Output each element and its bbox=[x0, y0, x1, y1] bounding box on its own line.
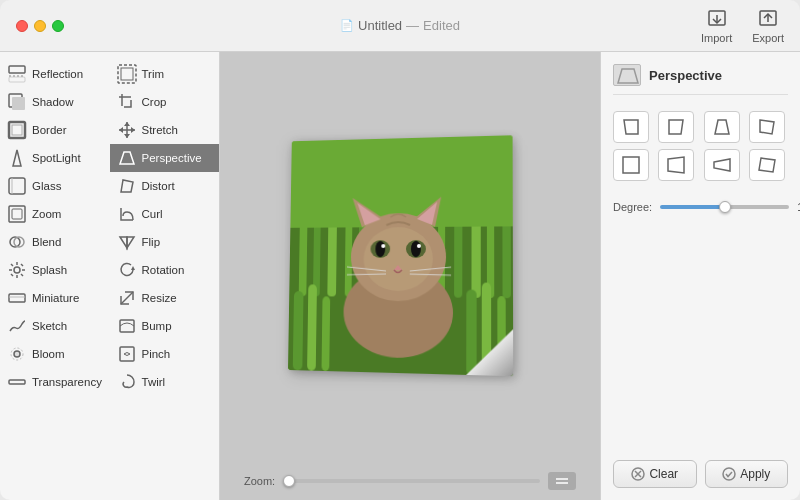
tool-transparency[interactable]: Transparency bbox=[0, 368, 110, 396]
svg-line-39 bbox=[21, 264, 23, 266]
tool-crop[interactable]: Crop bbox=[110, 88, 220, 116]
main-content: Reflection Trim Shadow Crop bbox=[0, 52, 800, 500]
tool-twirl[interactable]: Twirl bbox=[110, 368, 220, 396]
titlebar: 📄 Untitled — Edited Import Export bbox=[0, 0, 800, 52]
apply-icon bbox=[722, 467, 736, 481]
tool-row-11: Bloom Pinch bbox=[0, 340, 219, 368]
perspective-option-6[interactable] bbox=[658, 149, 694, 181]
export-button[interactable]: Export bbox=[752, 8, 784, 44]
svg-marker-20 bbox=[131, 127, 135, 133]
tool-resize[interactable]: Resize bbox=[110, 284, 220, 312]
svg-marker-96 bbox=[715, 120, 729, 134]
perspective-option-8[interactable] bbox=[749, 149, 785, 181]
right-panel: Perspective bbox=[600, 52, 800, 500]
perspective-option-2[interactable] bbox=[658, 111, 694, 143]
spotlight-icon bbox=[6, 147, 28, 169]
svg-marker-21 bbox=[13, 150, 21, 166]
tool-row-5: Glass Distort bbox=[0, 172, 219, 200]
svg-marker-101 bbox=[759, 158, 775, 172]
minimize-button[interactable] bbox=[34, 20, 46, 32]
svg-marker-17 bbox=[124, 122, 130, 126]
tool-trim[interactable]: Trim bbox=[110, 60, 220, 88]
tool-miniature[interactable]: Miniature bbox=[0, 284, 110, 312]
svg-rect-87 bbox=[322, 296, 331, 371]
canvas-area: Zoom: bbox=[220, 52, 600, 500]
spotlight-label: SpotLight bbox=[32, 152, 81, 164]
zoom-label: Zoom bbox=[32, 208, 61, 220]
tool-reflection[interactable]: Reflection bbox=[0, 60, 110, 88]
svg-marker-97 bbox=[760, 120, 774, 134]
tool-bloom[interactable]: Bloom bbox=[0, 340, 110, 368]
perspective-option-5[interactable] bbox=[613, 149, 649, 181]
tool-row-9: Miniature Resize bbox=[0, 284, 219, 312]
tool-perspective[interactable]: Perspective bbox=[110, 144, 220, 172]
svg-rect-85 bbox=[293, 291, 304, 370]
stretch-icon bbox=[116, 119, 138, 141]
svg-marker-93 bbox=[618, 69, 638, 83]
splash-label: Splash bbox=[32, 264, 67, 276]
distort-label: Distort bbox=[142, 180, 175, 192]
svg-marker-99 bbox=[668, 157, 684, 173]
tool-bump[interactable]: Bump bbox=[110, 312, 220, 340]
svg-rect-8 bbox=[121, 68, 133, 80]
tool-glass[interactable]: Glass bbox=[0, 172, 110, 200]
svg-rect-26 bbox=[9, 206, 25, 222]
perspective-option-3[interactable] bbox=[704, 111, 740, 143]
svg-marker-19 bbox=[119, 127, 123, 133]
tool-distort[interactable]: Distort bbox=[110, 172, 220, 200]
degree-slider[interactable] bbox=[660, 205, 789, 209]
import-button[interactable]: Import bbox=[701, 8, 732, 44]
tool-row-8: Splash Rotation bbox=[0, 256, 219, 284]
tool-stretch[interactable]: Stretch bbox=[110, 116, 220, 144]
trim-icon bbox=[116, 63, 138, 85]
shadow-label: Shadow bbox=[32, 96, 74, 108]
perspective-label: Perspective bbox=[142, 152, 202, 164]
close-button[interactable] bbox=[16, 20, 28, 32]
crop-label: Crop bbox=[142, 96, 167, 108]
tool-curl[interactable]: Curl bbox=[110, 200, 220, 228]
clear-button[interactable]: Clear bbox=[613, 460, 697, 488]
reflection-icon bbox=[6, 63, 28, 85]
resize-label: Resize bbox=[142, 292, 177, 304]
svg-point-79 bbox=[417, 244, 421, 248]
svg-rect-10 bbox=[12, 97, 25, 110]
tool-zoom[interactable]: Zoom bbox=[0, 200, 110, 228]
shadow-icon bbox=[6, 91, 28, 113]
image-card bbox=[288, 135, 513, 376]
apply-button[interactable]: Apply bbox=[705, 460, 789, 488]
tool-row-7: Blend Flip bbox=[0, 228, 219, 256]
tool-shadow[interactable]: Shadow bbox=[0, 88, 110, 116]
tool-splash[interactable]: Splash bbox=[0, 256, 110, 284]
bump-icon bbox=[116, 315, 138, 337]
resize-icon bbox=[116, 287, 138, 309]
rotation-icon bbox=[116, 259, 138, 281]
perspective-option-1[interactable] bbox=[613, 111, 649, 143]
svg-rect-45 bbox=[120, 320, 134, 332]
tool-row-10: Sketch Bump bbox=[0, 312, 219, 340]
panel-title-row: Perspective bbox=[613, 64, 788, 95]
svg-marker-25 bbox=[121, 180, 133, 192]
tool-border[interactable]: Border bbox=[0, 116, 110, 144]
perspective-option-7[interactable] bbox=[704, 149, 740, 181]
clear-icon bbox=[631, 467, 645, 481]
tool-spotlight[interactable]: SpotLight bbox=[0, 144, 110, 172]
zoom-slider[interactable] bbox=[283, 479, 540, 483]
maximize-button[interactable] bbox=[52, 20, 64, 32]
svg-line-37 bbox=[11, 264, 13, 266]
perspective-option-4[interactable] bbox=[749, 111, 785, 143]
tool-rotation[interactable]: Rotation bbox=[110, 256, 220, 284]
tool-sketch[interactable]: Sketch bbox=[0, 312, 110, 340]
svg-rect-13 bbox=[9, 122, 25, 138]
tools-panel: Reflection Trim Shadow Crop bbox=[0, 52, 220, 500]
document-icon: 📄 bbox=[340, 19, 354, 32]
tool-flip[interactable]: Flip bbox=[110, 228, 220, 256]
bloom-icon bbox=[6, 343, 28, 365]
border-label: Border bbox=[32, 124, 67, 136]
sketch-label: Sketch bbox=[32, 320, 67, 332]
image-canvas bbox=[280, 133, 540, 403]
perspective-options bbox=[613, 111, 788, 181]
tool-pinch[interactable]: Pinch bbox=[110, 340, 220, 368]
svg-rect-88 bbox=[466, 290, 476, 376]
tool-blend[interactable]: Blend bbox=[0, 228, 110, 256]
window-title: 📄 Untitled — Edited bbox=[340, 18, 460, 33]
